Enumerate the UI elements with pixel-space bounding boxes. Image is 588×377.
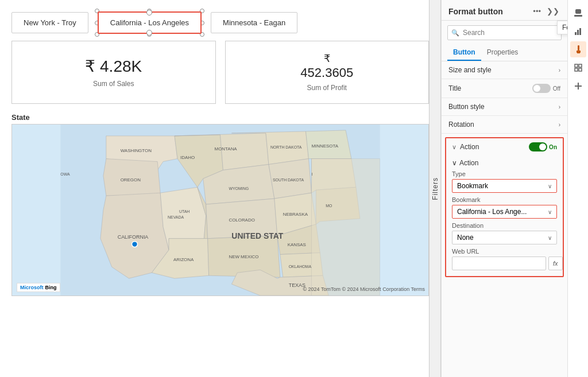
- type-dropdown-arrow: ∨: [548, 183, 552, 189]
- button-style-chevron: ›: [559, 104, 560, 110]
- svg-rect-51: [577, 52, 580, 53]
- destination-dropdown[interactable]: None ∨: [452, 231, 557, 244]
- svg-rect-46: [575, 32, 577, 35]
- svg-text:UTAH: UTAH: [179, 209, 189, 213]
- section-button-style: Button style ›: [442, 98, 567, 116]
- web-url-row: fx: [452, 256, 557, 270]
- map-title: State: [11, 113, 429, 122]
- analytics-icon: [574, 63, 583, 72]
- sidebar-icon-people[interactable]: [570, 5, 586, 21]
- section-button-style-header[interactable]: Button style ›: [442, 98, 567, 115]
- main-canvas: Filters New York - Troy California - Los…: [0, 0, 441, 377]
- kpi-profit-label: Sum of Profit: [307, 84, 347, 92]
- sidebar-icon-format[interactable]: [570, 41, 586, 57]
- svg-rect-53: [579, 64, 582, 67]
- type-dropdown[interactable]: Bookmark ∨: [452, 179, 557, 193]
- action-inner: ∨ Action Type Bookmark ∨ Bookmark Califo…: [446, 156, 563, 276]
- section-title: Title Off: [442, 79, 567, 98]
- svg-rect-44: [575, 9, 581, 14]
- action-toggle-label: On: [549, 144, 557, 150]
- action-subsection-header: ∨ Action: [452, 159, 557, 167]
- title-toggle-label: Off: [553, 85, 560, 92]
- tab-button[interactable]: Button: [447, 45, 481, 61]
- action-section-header[interactable]: ∨ Action On: [446, 138, 563, 156]
- svg-rect-52: [575, 64, 578, 67]
- search-input[interactable]: [447, 25, 562, 40]
- kpi-sales-number: 4.28K: [100, 57, 142, 75]
- type-label: Type: [452, 170, 557, 177]
- title-toggle-wrapper: Off: [532, 84, 560, 93]
- sidebar-icon-chart[interactable]: [570, 23, 586, 39]
- action-sub-chevron: ∨: [452, 159, 457, 167]
- fx-button[interactable]: fx: [548, 256, 563, 270]
- svg-rect-21: [311, 159, 380, 296]
- nav-button-california[interactable]: California - Los Angeles: [98, 11, 202, 34]
- action-header-label: Action: [460, 143, 479, 151]
- rotation-chevron: ›: [559, 122, 560, 128]
- format-tooltip-label: Format: [562, 24, 567, 32]
- add-icon: [574, 81, 583, 91]
- panel-header: Format button ••• ❯❯: [442, 0, 567, 21]
- more-options-icon[interactable]: •••: [532, 6, 542, 17]
- panel-header-icons: ••• ❯❯: [532, 6, 560, 17]
- filters-tab[interactable]: Filters: [429, 0, 440, 377]
- panel-tabs: Button Properties: [442, 45, 567, 61]
- web-url-input[interactable]: [452, 256, 546, 270]
- search-box-container: 🔍 Format: [447, 25, 562, 40]
- tab-properties[interactable]: Properties: [481, 45, 524, 61]
- section-title-header[interactable]: Title Off: [442, 79, 567, 98]
- rotation-label: Rotation: [448, 121, 474, 129]
- sidebar-icon-analytics[interactable]: [570, 60, 586, 76]
- nav-button-new-york[interactable]: New York - Troy: [11, 12, 88, 33]
- svg-rect-54: [575, 68, 578, 71]
- bookmark-dropdown[interactable]: California - Los Ange... ∨: [452, 205, 557, 219]
- bing-label: Bing: [45, 285, 57, 290]
- panel-title: Format button: [448, 7, 503, 16]
- section-size-style-header[interactable]: Size and style ›: [442, 61, 567, 79]
- title-label: Title: [448, 84, 461, 92]
- sidebar-icon-add[interactable]: [570, 78, 586, 94]
- action-toggle[interactable]: [529, 142, 547, 151]
- people-icon: [574, 8, 583, 17]
- kpi-card-profit: ₹ 452.3605 Sum of Profit: [225, 41, 430, 104]
- web-url-label: Web URL: [452, 248, 557, 255]
- svg-rect-49: [578, 45, 579, 50]
- kpi-card-sales: ₹ 4.28K Sum of Sales: [11, 41, 216, 104]
- bookmark-label: Bookmark: [452, 196, 557, 203]
- svg-text:WASHINGTON: WASHINGTON: [121, 148, 152, 153]
- destination-dropdown-arrow: ∨: [548, 235, 552, 241]
- svg-rect-55: [579, 68, 582, 71]
- button-style-label: Button style: [448, 103, 485, 111]
- type-value: Bookmark: [457, 182, 488, 190]
- bing-logo: Microsoft Bing: [17, 283, 60, 292]
- svg-text:NORTH DAKOTA: NORTH DAKOTA: [270, 145, 302, 149]
- section-rotation-header[interactable]: Rotation ›: [442, 116, 567, 133]
- svg-rect-48: [579, 28, 581, 35]
- action-toggle-wrapper: On: [529, 142, 557, 151]
- map-copyright: © 2024 TomTom © 2024 Microsoft Corporati…: [303, 286, 425, 292]
- kpi-sales-value: ₹ 4.28K: [85, 57, 142, 76]
- kpi-sales-label: Sum of Sales: [93, 80, 134, 88]
- bing-logo-text: Microsoft: [20, 285, 44, 290]
- bookmark-dropdown-arrow: ∨: [548, 209, 552, 215]
- action-section: ∨ Action On ∨ Action Type Bookmark ∨ Boo…: [445, 137, 564, 277]
- svg-text:SOUTH DAKOTA: SOUTH DAKOTA: [273, 178, 304, 182]
- map-container[interactable]: WASHINGTON OREGON CALIFORNIA NEVADA IDAH…: [11, 124, 429, 296]
- map-section: State: [0, 113, 440, 296]
- collapse-icon[interactable]: ❯❯: [546, 6, 560, 17]
- svg-text:OREGON: OREGON: [121, 177, 141, 182]
- svg-text:NEW MEXICO: NEW MEXICO: [229, 254, 258, 259]
- nav-button-minnesota[interactable]: Minnesota - Eagan: [211, 12, 297, 33]
- map-svg: WASHINGTON OREGON CALIFORNIA NEVADA IDAH…: [12, 125, 428, 296]
- kpi-profit-value: ₹ 452.3605: [300, 53, 353, 80]
- svg-text:MONTANA: MONTANA: [215, 146, 238, 151]
- svg-rect-45: [574, 15, 582, 17]
- svg-point-43: [132, 242, 138, 247]
- action-header-left: ∨ Action: [452, 143, 479, 151]
- title-toggle[interactable]: [532, 84, 551, 93]
- format-tooltip: Format: [557, 21, 567, 34]
- selected-button-wrapper: California - Los Angeles: [98, 11, 202, 34]
- action-subsection-label-text: Action: [459, 159, 478, 167]
- format-paintbrush-icon: [574, 45, 583, 54]
- destination-label: Destination: [452, 222, 557, 229]
